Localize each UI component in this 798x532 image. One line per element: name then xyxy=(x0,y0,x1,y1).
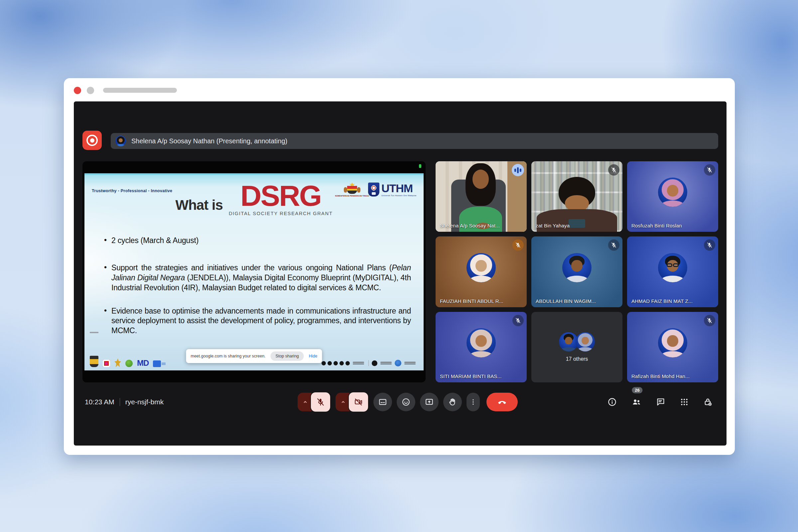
share-message: meet.google.com is sharing your screen. xyxy=(191,354,265,358)
partner-logo xyxy=(125,360,133,367)
mic-off-icon xyxy=(704,164,715,175)
chat-icon xyxy=(656,397,665,407)
present-button[interactable] xyxy=(420,393,439,411)
chat-panel-button[interactable] xyxy=(656,397,665,407)
meeting-details-button[interactable] xyxy=(607,397,617,407)
partner-logo xyxy=(90,356,98,367)
participant-name: Rosfuzah Binti Roslan xyxy=(631,223,682,228)
host-controls-button[interactable] xyxy=(703,397,712,407)
speaking-indicator-icon xyxy=(512,164,524,176)
global-technopreneur-logo xyxy=(395,360,401,366)
slide-bullet-3: Evidence base to optimise the advancemen… xyxy=(103,306,411,336)
slide-title-acronym: DSRG xyxy=(241,182,321,210)
participant-avatar xyxy=(467,328,496,358)
mic-off-icon xyxy=(608,240,620,251)
end-call-button[interactable] xyxy=(487,393,518,411)
participant-name: zat Bin Yahaya xyxy=(536,223,570,228)
window-close-button[interactable] xyxy=(74,87,81,94)
info-icon xyxy=(607,397,617,407)
presenter-name: Shelena A/p Soosay Nathan (Presenting, a… xyxy=(131,137,287,145)
emoji-icon xyxy=(402,398,410,406)
partner-logo xyxy=(103,360,110,367)
hide-notification-link[interactable]: Hide xyxy=(309,354,318,358)
participant-name: ABDULLAH BIN WAGIM... xyxy=(536,298,596,304)
participant-avatar xyxy=(658,328,687,358)
activities-button[interactable] xyxy=(680,398,689,406)
uthm-logo: UTHM Universiti Tun Hussein Onn Malaysia xyxy=(368,183,416,196)
raise-hand-button[interactable] xyxy=(443,393,462,411)
malaysia-coat-of-arms-logo: KEMENTERIAN PENDIDIKAN TINGGI xyxy=(343,183,361,197)
social-icon xyxy=(334,361,338,365)
mic-off-icon xyxy=(512,240,524,251)
participant-tile-yahaya[interactable]: zat Bin Yahaya xyxy=(531,161,623,232)
screen-share-notification: meet.google.com is sharing your screen. … xyxy=(186,349,322,363)
uthm-shield-icon xyxy=(368,183,379,196)
others-count-label: 17 others xyxy=(566,356,588,362)
call-controls xyxy=(298,392,518,412)
slide-bullet-1: 2 cycles (March & August) xyxy=(103,236,411,246)
participant-avatar xyxy=(658,253,687,282)
apps-icon xyxy=(680,398,689,406)
uthm-acronym: UTHM xyxy=(381,183,416,194)
share-status-dot xyxy=(419,164,421,168)
mic-off-icon xyxy=(704,315,715,326)
window-minimize-button[interactable] xyxy=(87,87,94,94)
recording-indicator xyxy=(82,131,102,150)
watercolor-background: Shelena A/p Soosay Nathan (Presenting, a… xyxy=(0,0,798,532)
participant-tile-fauziah[interactable]: FAUZIAH BINTI ABDUL R... xyxy=(436,236,527,307)
slide-partner-logos: MD xyxy=(90,356,161,367)
end-call-icon xyxy=(497,397,507,407)
chevron-up-icon xyxy=(340,399,346,405)
malaysia-digital-logo: MD xyxy=(137,359,149,367)
presenter-banner: Shelena A/p Soosay Nathan (Presenting, a… xyxy=(111,133,718,149)
participant-avatar xyxy=(467,253,496,282)
participant-tile-siti-mariam[interactable]: SITI MARIAM BINTI BAS... xyxy=(436,312,527,382)
participant-tile-ahmad-faiz[interactable]: AHMAD FAIZ BIN MAT Z... xyxy=(627,236,718,307)
social-icon xyxy=(327,361,332,365)
more-options-button[interactable] xyxy=(467,393,480,411)
participant-tile-others[interactable]: 17 others xyxy=(531,312,623,382)
window-address-placeholder xyxy=(103,88,177,93)
others-avatars xyxy=(559,332,595,352)
participant-name: Shelena A/p Soosay Nat... xyxy=(440,223,500,228)
reactions-button[interactable] xyxy=(397,393,415,411)
slide-social-logos xyxy=(322,360,417,366)
mic-off-icon xyxy=(704,240,715,251)
captions-button[interactable] xyxy=(374,393,392,411)
mic-off-icon xyxy=(512,315,524,326)
uthm-tagline: Universiti Tun Hussein Onn Malaysia xyxy=(381,194,416,196)
partner-logo xyxy=(153,360,161,367)
participant-tile-rosfuzah[interactable]: Rosfuzah Binti Roslan xyxy=(627,161,718,232)
window-title-bar xyxy=(64,78,735,101)
participant-name: Rafizah Binti Mohd Han... xyxy=(631,374,690,379)
meeting-meta: 10:23 AM rye-nsjf-bmk xyxy=(85,398,164,406)
slide-title-prefix: What is xyxy=(175,197,223,213)
participant-avatar xyxy=(658,177,687,207)
participant-name: AHMAD FAIZ BIN MAT Z... xyxy=(631,298,692,304)
participants-count-badge: 26 xyxy=(632,387,642,393)
meeting-code: rye-nsjf-bmk xyxy=(125,398,164,406)
ministry-caption: KEMENTERIAN PENDIDIKAN TINGGI xyxy=(335,195,369,197)
slide-header-logos: KEMENTERIAN PENDIDIKAN TINGGI UTHM Unive… xyxy=(343,183,416,197)
stop-sharing-button[interactable]: Stop sharing xyxy=(271,352,304,361)
chevron-up-icon xyxy=(302,399,308,405)
slide-bullets: 2 cycles (March & August) Support the st… xyxy=(103,236,411,336)
raise-hand-icon xyxy=(448,398,457,406)
google-meet-app: Shelena A/p Soosay Nathan (Presenting, a… xyxy=(74,101,726,445)
participant-tile-rafizah[interactable]: Rafizah Binti Mohd Han... xyxy=(627,312,718,382)
participant-avatar xyxy=(562,253,591,282)
participant-tile-shelena[interactable]: Shelena A/p Soosay Nat... xyxy=(436,161,527,232)
cam-off-icon xyxy=(354,398,363,406)
slide-bullet-2: Support the strategies and initiatives u… xyxy=(103,263,411,293)
captions-icon xyxy=(378,398,387,406)
clock-time: 10:23 AM xyxy=(85,398,114,406)
camera-toggle-button[interactable] xyxy=(348,392,369,412)
participant-tile-abdullah[interactable]: ABDULLAH BIN WAGIM... xyxy=(531,236,623,307)
participant-name: FAUZIAH BINTI ABDUL R... xyxy=(440,298,504,304)
host-controls-icon xyxy=(703,397,712,407)
more-options-icon xyxy=(470,398,477,406)
mic-toggle-button[interactable] xyxy=(310,392,331,412)
people-panel-button[interactable]: 26 xyxy=(631,397,641,407)
presenter-avatar xyxy=(115,136,126,146)
screen-share-tile: Trustworthy - Professional - Innovative … xyxy=(82,161,425,382)
